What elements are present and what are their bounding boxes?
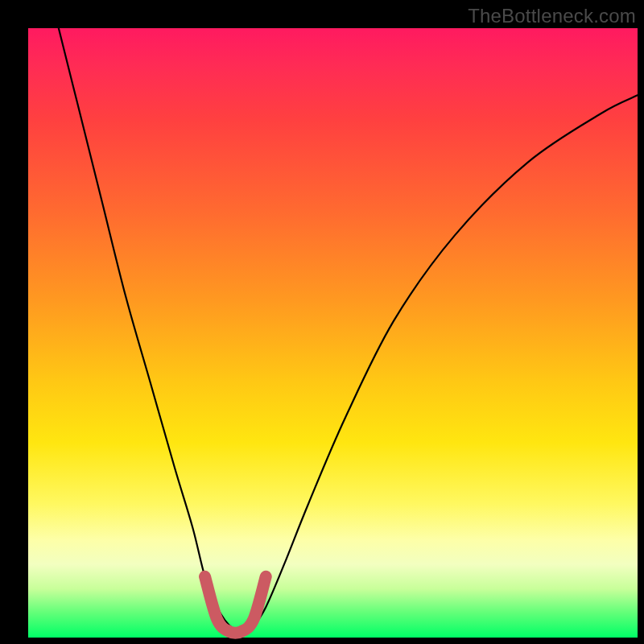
watermark-text: TheBottleneck.com	[468, 5, 636, 27]
highlight-band	[205, 576, 266, 633]
plot-area	[28, 28, 638, 638]
curve-layer	[28, 28, 638, 638]
bottleneck-curve	[59, 28, 638, 631]
chart-frame: TheBottleneck.com	[0, 0, 644, 644]
